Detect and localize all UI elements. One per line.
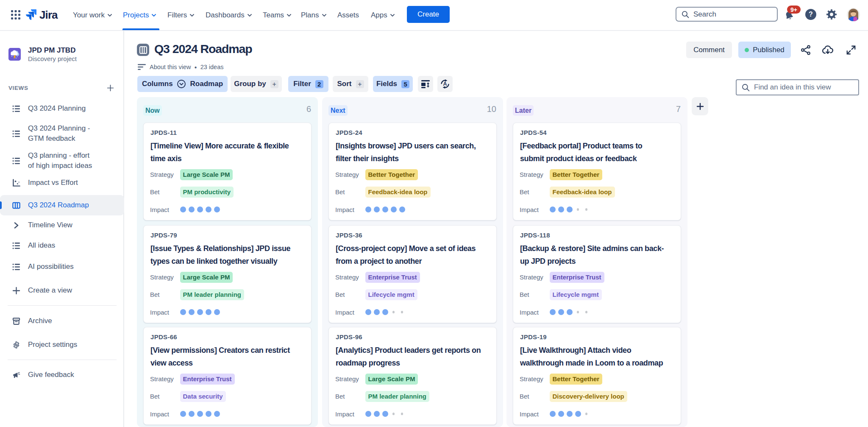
svg-text:A: A	[443, 81, 447, 87]
